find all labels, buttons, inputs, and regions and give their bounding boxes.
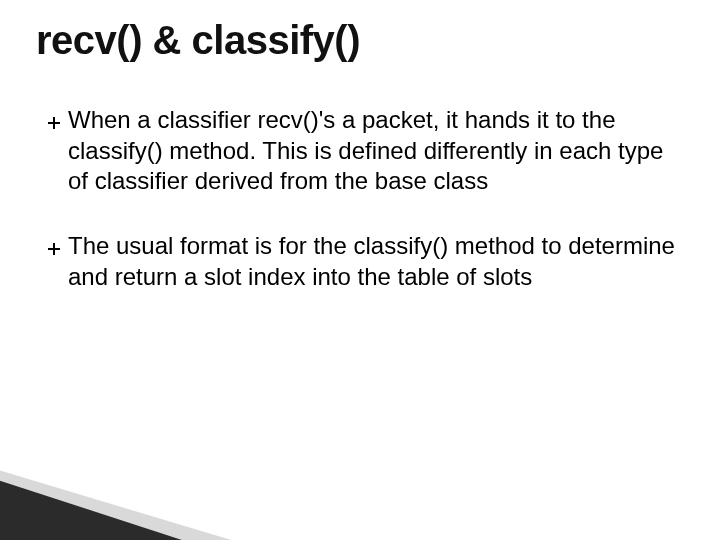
corner-decoration-light — [0, 452, 238, 540]
bullet-text: When a classifier recv()'s a packet, it … — [68, 105, 680, 197]
svg-rect-1 — [48, 122, 60, 124]
svg-marker-5 — [0, 480, 188, 540]
slide-title: recv() & classify() — [36, 18, 360, 63]
slide-body: When a classifier recv()'s a packet, it … — [48, 105, 680, 327]
svg-marker-4 — [0, 470, 238, 540]
svg-rect-3 — [48, 248, 60, 250]
bullet-text: The usual format is for the classify() m… — [68, 231, 680, 292]
bullet-item: When a classifier recv()'s a packet, it … — [48, 105, 680, 197]
slide: recv() & classify() When a classifier re… — [0, 0, 720, 540]
corner-decoration-dark — [0, 472, 188, 540]
bullet-marker-icon — [48, 117, 64, 131]
bullet-marker-icon — [48, 243, 64, 257]
bullet-item: The usual format is for the classify() m… — [48, 231, 680, 292]
